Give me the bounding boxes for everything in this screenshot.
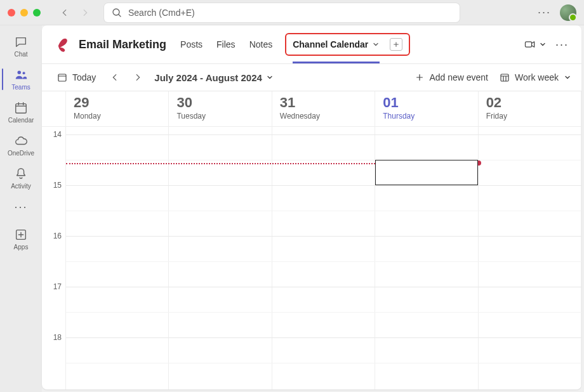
day-name: Wednesday — [280, 112, 367, 121]
day-number: 31 — [280, 95, 367, 110]
add-event-button[interactable]: Add new event — [415, 72, 488, 82]
forward-button[interactable] — [76, 4, 94, 22]
chevron-right-icon — [81, 8, 90, 17]
svg-point-2 — [23, 72, 25, 74]
app-rail: Chat Teams Calendar OneDrive Activity ··… — [0, 25, 42, 392]
day-column[interactable]: 01Thursday — [375, 91, 478, 389]
day-column[interactable]: 02Friday — [479, 91, 581, 389]
day-body[interactable] — [169, 127, 271, 389]
day-name: Tuesday — [176, 112, 263, 121]
rail-item-onedrive[interactable]: OneDrive — [2, 129, 40, 161]
rail-label: Teams — [11, 84, 30, 91]
calendar-days[interactable]: 29Monday30Tuesday31Wednesday01Thursday02… — [66, 91, 581, 389]
prev-range-button[interactable] — [106, 69, 124, 86]
active-tab-indicator — [293, 62, 380, 63]
day-header: 01Thursday — [375, 91, 477, 127]
rail-item-activity[interactable]: Activity — [2, 162, 40, 194]
apps-icon — [14, 228, 28, 242]
date-range-picker[interactable]: July 2024 - August 2024 — [154, 72, 274, 83]
day-number: 02 — [486, 95, 573, 110]
day-column[interactable]: 30Tuesday — [169, 91, 272, 389]
history-nav — [56, 4, 94, 22]
main-panel: Email Marketing Posts Files Notes Channe… — [42, 25, 581, 389]
day-name: Monday — [74, 112, 161, 121]
day-number: 30 — [176, 95, 263, 110]
calendar-toolbar: Today July 2024 - August 2024 Add new ev… — [42, 63, 581, 91]
time-gutter: 131415161718 — [42, 91, 66, 389]
rail-label: OneDrive — [8, 150, 34, 157]
channel-logo-icon — [55, 36, 72, 53]
day-body[interactable] — [479, 127, 581, 389]
calendar-today-icon — [57, 72, 67, 82]
time-label: 18 — [53, 333, 62, 342]
add-tab-button[interactable] — [390, 38, 402, 51]
chat-icon — [14, 35, 28, 49]
next-range-button[interactable] — [129, 69, 147, 86]
rail-item-calendar[interactable]: Calendar — [2, 96, 40, 128]
cloud-icon — [14, 134, 28, 148]
day-header: 30Tuesday — [169, 91, 271, 127]
channel-title: Email Marketing — [79, 38, 166, 51]
day-header: 29Monday — [66, 91, 168, 127]
chevron-down-icon — [564, 74, 571, 81]
channel-more-button[interactable]: ··· — [555, 38, 569, 51]
chevron-down-icon — [266, 74, 274, 81]
svg-rect-3 — [16, 104, 27, 114]
meet-button[interactable] — [524, 38, 547, 51]
day-column[interactable]: 29Monday — [66, 91, 169, 389]
rail-item-apps[interactable]: Apps — [2, 223, 40, 255]
view-switcher[interactable]: Work week — [500, 72, 571, 82]
rail-label: Calendar — [8, 117, 34, 124]
search-input[interactable]: Search (Cmd+E) — [104, 3, 460, 22]
search-placeholder: Search (Cmd+E) — [128, 8, 195, 18]
svg-rect-5 — [525, 42, 531, 47]
titlebar: Search (Cmd+E) ··· — [0, 0, 584, 25]
day-body[interactable] — [66, 127, 168, 389]
view-label: Work week — [515, 72, 559, 82]
tab-label: Channel Calendar — [293, 39, 368, 49]
window-controls — [8, 9, 41, 16]
chevron-down-icon — [372, 41, 380, 48]
day-name: Thursday — [383, 112, 470, 121]
time-label: 16 — [53, 232, 62, 240]
video-icon — [524, 38, 536, 51]
tab-posts[interactable]: Posts — [179, 37, 204, 52]
rail-item-chat[interactable]: Chat — [2, 30, 40, 62]
rail-item-more[interactable]: ··· — [2, 195, 40, 218]
day-column[interactable]: 31Wednesday — [272, 91, 375, 389]
rail-item-teams[interactable]: Teams — [2, 63, 40, 95]
day-header: 02Friday — [479, 91, 581, 127]
close-window-button[interactable] — [8, 9, 15, 16]
rail-label: Chat — [14, 51, 27, 58]
rail-label: Apps — [14, 244, 29, 251]
highlight-box: Channel Calendar — [285, 33, 410, 56]
time-label: 15 — [53, 181, 62, 190]
day-body[interactable] — [375, 127, 477, 389]
svg-rect-6 — [58, 74, 66, 81]
user-avatar[interactable] — [560, 4, 576, 21]
day-number: 29 — [74, 95, 161, 110]
svg-point-1 — [18, 71, 22, 75]
today-button[interactable]: Today — [52, 70, 101, 85]
titlebar-more-button[interactable]: ··· — [538, 6, 551, 19]
chevron-left-icon — [110, 73, 119, 82]
bell-icon — [14, 167, 28, 181]
more-icon: ··· — [14, 200, 27, 214]
maximize-window-button[interactable] — [33, 9, 41, 16]
svg-point-0 — [113, 9, 119, 15]
calendar-view-icon — [500, 72, 510, 82]
time-label: 14 — [53, 130, 62, 139]
back-button[interactable] — [56, 4, 74, 22]
day-body[interactable] — [272, 127, 375, 389]
tab-files[interactable]: Files — [215, 37, 237, 52]
rail-label: Activity — [11, 183, 31, 190]
plus-icon — [415, 73, 424, 82]
add-event-label: Add new event — [429, 72, 488, 82]
minimize-window-button[interactable] — [20, 9, 28, 16]
time-label: 17 — [53, 282, 62, 291]
chevron-down-icon — [539, 41, 547, 48]
teams-icon — [14, 68, 28, 82]
tab-notes[interactable]: Notes — [248, 37, 274, 52]
tab-channel-calendar[interactable]: Channel Calendar — [293, 39, 380, 49]
search-icon — [112, 8, 122, 18]
